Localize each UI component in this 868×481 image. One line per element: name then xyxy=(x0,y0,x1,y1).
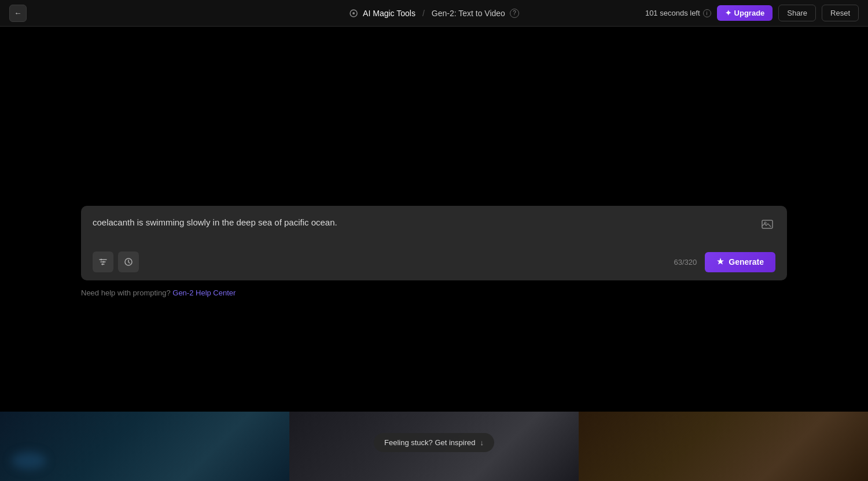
svg-point-6 xyxy=(102,264,104,265)
prompt-input[interactable] xyxy=(93,216,753,242)
inspiration-row: Feeling stuck? Get inspired ↓ xyxy=(0,412,868,481)
share-button[interactable]: Share xyxy=(778,5,816,21)
upgrade-button[interactable]: ✦ Upgrade xyxy=(717,5,773,21)
seconds-left-text: 101 seconds left xyxy=(645,9,700,17)
brand-icon xyxy=(349,9,358,18)
help-center-link[interactable]: Gen-2 Help Center xyxy=(172,288,236,297)
svg-point-1 xyxy=(352,12,355,14)
inspiration-thumb-3[interactable] xyxy=(579,412,868,481)
back-button[interactable]: ← xyxy=(9,5,27,22)
upgrade-label: Upgrade xyxy=(734,9,765,17)
prompt-bottom: 63/320 Generate xyxy=(93,251,775,272)
center-wrapper: 63/320 Generate Need help with prompting… xyxy=(0,194,868,298)
ai-magic-tools-label: AI Magic Tools xyxy=(363,9,415,18)
prompt-tools xyxy=(93,251,139,272)
prompt-container: 63/320 Generate xyxy=(81,206,787,280)
inspired-toast-text: Feeling stuck? Get inspired xyxy=(384,438,476,447)
page-name: Gen-2: Text to Video xyxy=(432,9,505,18)
arrow-down-icon: ↓ xyxy=(480,438,484,447)
settings-tool-button[interactable] xyxy=(93,251,113,272)
history-tool-button[interactable] xyxy=(118,251,139,272)
top-bar-right: 101 seconds left i ✦ Upgrade Share Reset xyxy=(645,5,859,21)
prompt-right: 63/320 Generate xyxy=(674,252,775,272)
help-text-prefix: Need help with prompting? xyxy=(81,288,171,297)
inspiration-thumb-1[interactable] xyxy=(0,412,289,481)
svg-point-3 xyxy=(764,222,766,224)
share-label: Share xyxy=(787,9,807,17)
video-preview xyxy=(0,27,868,194)
generate-button[interactable]: Generate xyxy=(705,252,775,272)
help-icon[interactable]: ? xyxy=(510,9,519,18)
seconds-left: 101 seconds left i xyxy=(645,9,711,17)
generate-icon xyxy=(716,257,724,267)
reset-label: Reset xyxy=(830,9,850,17)
char-count: 63/320 xyxy=(674,258,697,267)
reset-button[interactable]: Reset xyxy=(822,5,859,21)
svg-point-5 xyxy=(103,261,105,263)
svg-point-4 xyxy=(101,259,102,261)
inspired-toast[interactable]: Feeling stuck? Get inspired ↓ xyxy=(374,433,494,452)
breadcrumb-separator: / xyxy=(422,9,425,18)
top-bar: ← AI Magic Tools / Gen-2: Text to Video … xyxy=(0,0,868,27)
prompt-top xyxy=(93,216,775,242)
help-text: Need help with prompting? Gen-2 Help Cen… xyxy=(81,288,236,297)
back-icon: ← xyxy=(14,9,21,17)
info-icon[interactable]: i xyxy=(703,9,711,17)
top-bar-center: AI Magic Tools / Gen-2: Text to Video ? xyxy=(349,9,519,18)
upgrade-icon: ✦ xyxy=(725,9,731,17)
top-bar-left: ← xyxy=(9,5,27,22)
image-upload-icon[interactable] xyxy=(759,216,775,235)
main-content: 63/320 Generate Need help with prompting… xyxy=(0,27,868,481)
generate-label: Generate xyxy=(729,257,764,267)
